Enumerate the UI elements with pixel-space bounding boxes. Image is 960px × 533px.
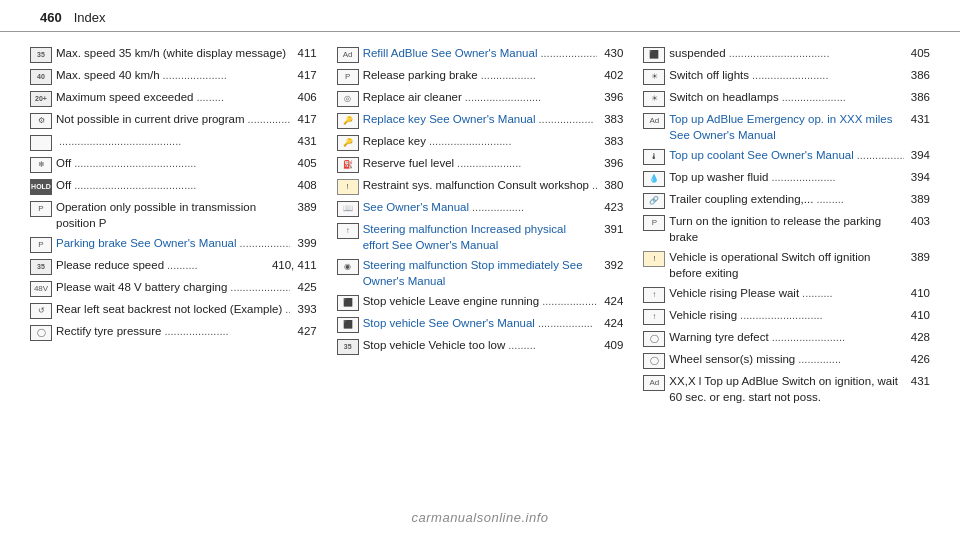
vehicle-operational-icon: ! [643, 251, 665, 267]
list-item: 40 Max. speed 40 km/h ..................… [30, 68, 317, 85]
steering2-icon: ◉ [337, 259, 359, 275]
suspended-icon: ⬛ [643, 47, 665, 63]
speed-icon: 40 [30, 69, 52, 85]
list-item: ❄ Off ..................................… [30, 156, 317, 173]
list-item: 48V Please wait 48 V battery charging ..… [30, 280, 317, 297]
list-item: ↑ Vehicle rising .......................… [643, 308, 930, 325]
air-cleaner-icon: ◎ [337, 91, 359, 107]
washer-icon: 💧 [643, 171, 665, 187]
transmission-icon: P [30, 201, 52, 217]
list-item: Ad XX,X l Top up AdBlue Switch on igniti… [643, 374, 930, 405]
index-column-1: 35 Max. speed 35 km/h (white display mes… [30, 46, 327, 410]
stop-low-icon: 35 [337, 339, 359, 355]
list-item: 🔗 Trailer coupling extending,... .......… [643, 192, 930, 209]
list-item: ◯ Rectify tyre pressure ................… [30, 324, 317, 341]
coolant-icon: 🌡 [643, 149, 665, 165]
list-item: Ad Top up AdBlue Emergency op. in XXX mi… [643, 112, 930, 143]
list-item: 🔑 Replace key See Owner's Manual .......… [337, 112, 624, 129]
page-title: Index [74, 10, 106, 25]
speed-icon: 20+ [30, 91, 52, 107]
page-number: 460 [40, 10, 62, 25]
list-item: P Turn on the ignition to release the pa… [643, 214, 930, 245]
list-item: ⛽ Reserve fuel level ...................… [337, 156, 624, 173]
list-item: P Release parking brake ................… [337, 68, 624, 85]
ignition-icon: P [643, 215, 665, 231]
parking-brake-icon: P [337, 69, 359, 85]
trailer-icon: 🔗 [643, 193, 665, 209]
list-item: ! Vehicle is operational Switch off igni… [643, 250, 930, 281]
blank-icon [30, 135, 52, 151]
list-item: ↺ Rear left seat backrest not locked (Ex… [30, 302, 317, 319]
list-item: 35 Max. speed 35 km/h (white display mes… [30, 46, 317, 63]
list-item: ◎ Replace air cleaner ..................… [337, 90, 624, 107]
list-item: 20+ Maximum speed exceeded ......... 406 [30, 90, 317, 107]
list-item: 🔑 Replace key ..........................… [337, 134, 624, 151]
list-item: ◉ Steering malfunction Stop immediately … [337, 258, 624, 289]
page-header: 460 Index [0, 0, 960, 32]
tyre-defect-icon: ◯ [643, 331, 665, 347]
tyre-icon: ◯ [30, 325, 52, 341]
list-item: ☀ Switch on headlamps ..................… [643, 90, 930, 107]
list-item: ↑ Vehicle rising Please wait .......... … [643, 286, 930, 303]
switch-off-lights-icon: ☀ [643, 69, 665, 85]
wheel-sensor-icon: ◯ [643, 353, 665, 369]
watermark: carmanualsonline.info [412, 510, 549, 525]
list-item: 35 Stop vehicle Vehicle too low ........… [337, 338, 624, 355]
content-area: 35 Max. speed 35 km/h (white display mes… [0, 32, 960, 424]
list-item: P Operation only possible in transmissio… [30, 200, 317, 231]
list-item: ⬛ suspended ............................… [643, 46, 930, 63]
list-item: ↑ Steering malfunction Increased physica… [337, 222, 624, 253]
adblue-icon: Ad [337, 47, 359, 63]
list-item: 💧 Top up washer fluid ..................… [643, 170, 930, 187]
list-item: P Parking brake See Owner's Manual .....… [30, 236, 317, 253]
key2-icon: 🔑 [337, 135, 359, 151]
steering-icon: ↑ [337, 223, 359, 239]
list-item: ⬛ Stop vehicle Leave engine running ....… [337, 294, 624, 311]
list-item: ◯ Warning tyre defect ..................… [643, 330, 930, 347]
list-item: ⚙ Not possible in current drive program … [30, 112, 317, 129]
list-item: ◯ Wheel sensor(s) missing ..............… [643, 352, 930, 369]
index-column-2: Ad Refill AdBlue See Owner's Manual ....… [327, 46, 634, 410]
vehicle-rising-icon: ↑ [643, 309, 665, 325]
stop-manual-icon: ⬛ [337, 317, 359, 333]
speed-icon: 35 [30, 259, 52, 275]
list-item: ⬛ Stop vehicle See Owner's Manual ......… [337, 316, 624, 333]
switch-on-headlamps-icon: ☀ [643, 91, 665, 107]
list-item: ........................................… [30, 134, 317, 151]
restraint-icon: ! [337, 179, 359, 195]
list-item: Ad Refill AdBlue See Owner's Manual ....… [337, 46, 624, 63]
adblue3-icon: Ad [643, 375, 665, 391]
snowflake-icon: ❄ [30, 157, 52, 173]
warning-icon: ⚙ [30, 113, 52, 129]
stop-engine-icon: ⬛ [337, 295, 359, 311]
parking-icon: P [30, 237, 52, 253]
hold-icon: HOLD [30, 179, 52, 195]
list-item: ! Restraint sys. malfunction Consult wor… [337, 178, 624, 195]
index-column-3: ⬛ suspended ............................… [633, 46, 930, 410]
key-icon: 🔑 [337, 113, 359, 129]
list-item: 🌡 Top up coolant See Owner's Manual ....… [643, 148, 930, 165]
adblue2-icon: Ad [643, 113, 665, 129]
battery-icon: 48V [30, 281, 52, 297]
owners-manual-icon: 📖 [337, 201, 359, 217]
list-item: ☀ Switch off lights ....................… [643, 68, 930, 85]
seat-icon: ↺ [30, 303, 52, 319]
list-item: 📖 See Owner's Manual ................. 4… [337, 200, 624, 217]
fuel-icon: ⛽ [337, 157, 359, 173]
list-item: HOLD Off ...............................… [30, 178, 317, 195]
speed-icon: 35 [30, 47, 52, 63]
list-item: 35 Please reduce speed .......... 410, 4… [30, 258, 317, 275]
vehicle-rising-wait-icon: ↑ [643, 287, 665, 303]
